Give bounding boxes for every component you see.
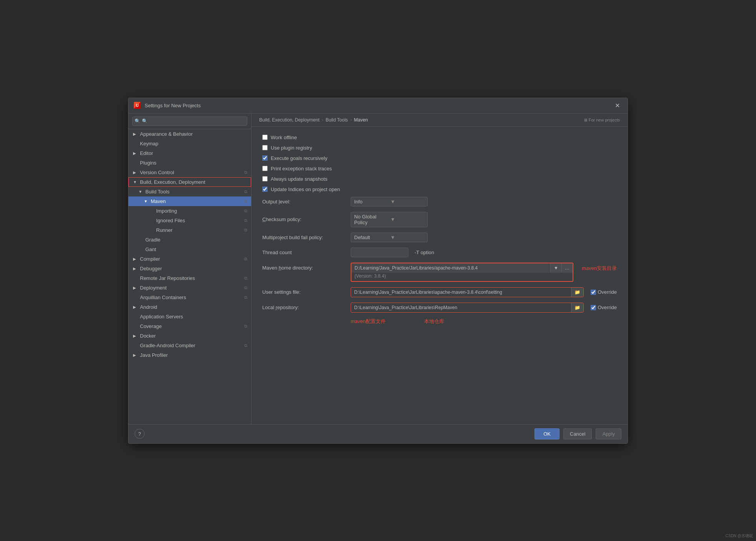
checksum-policy-dropdown[interactable]: No Global Policy ▼ <box>351 212 428 227</box>
checkbox-row-print-exception: Print exception stack traces <box>262 166 617 171</box>
copy-icon-version-control[interactable]: ⧉ <box>244 170 247 175</box>
user-settings-override-checkbox[interactable] <box>591 290 596 295</box>
tree-label-build-tools: Build Tools <box>145 189 170 195</box>
sidebar-item-build-tools[interactable]: ▼Build Tools⧉ <box>128 187 251 196</box>
user-settings-override: Override <box>591 289 617 295</box>
maven-version-text: (Version: 3.8.4) <box>351 273 573 281</box>
local-repo-browse-btn[interactable]: 📁 <box>571 303 583 312</box>
tree-label-appearance: Appearance & Behavior <box>140 131 193 137</box>
multiproject-label: Multiproject build fail policy: <box>262 235 347 240</box>
tree-label-gradle-android: Gradle-Android Compiler <box>140 343 195 348</box>
tree-label-debugger: Debugger <box>140 266 162 271</box>
sidebar-item-appearance[interactable]: ▶Appearance & Behavior <box>128 129 251 139</box>
local-repo-override-checkbox[interactable] <box>591 305 596 310</box>
tree-label-compiler: Compiler <box>140 256 160 262</box>
checkbox-work-offline[interactable] <box>262 135 268 140</box>
search-wrapper: 🔍 <box>132 117 247 126</box>
copy-icon-gradle-android[interactable]: ⧉ <box>244 343 247 348</box>
sidebar-item-version-control[interactable]: ▶Version Control⧉ <box>128 168 251 177</box>
copy-icon-ignored-files[interactable]: ⧉ <box>244 218 247 223</box>
tree-label-maven: Maven <box>151 198 166 204</box>
copy-icon-remote-jar[interactable]: ⧉ <box>244 276 247 281</box>
sidebar-item-build-exec-deploy[interactable]: ▼Build, Execution, Deployment <box>128 177 251 187</box>
maven-home-input[interactable] <box>351 263 550 273</box>
sidebar: 🔍 ▶Appearance & BehaviorKeymap▶EditorPlu… <box>128 113 251 424</box>
local-repo-input[interactable] <box>351 303 571 312</box>
sidebar-item-plugins[interactable]: Plugins <box>128 158 251 168</box>
checkbox-label-execute-goals: Execute goals recursively <box>271 155 327 161</box>
sidebar-item-java-profiler[interactable]: ▶Java Profiler <box>128 350 251 360</box>
title-bar: U Settings for New Projects ✕ <box>128 98 628 113</box>
tree-label-android: Android <box>140 304 157 310</box>
tree-label-version-control: Version Control <box>140 170 174 175</box>
checkbox-label-work-offline: Work offline <box>271 135 297 140</box>
sidebar-item-docker[interactable]: ▶Docker <box>128 331 251 341</box>
user-settings-input[interactable] <box>351 288 571 297</box>
checkbox-update-indices[interactable] <box>262 186 268 192</box>
copy-icon-maven[interactable]: ⧉ <box>244 199 247 204</box>
sidebar-item-deployment[interactable]: ▶Deployment⧉ <box>128 283 251 293</box>
close-button[interactable]: ✕ <box>613 101 622 110</box>
maven-home-annotation: maven安装目录 <box>582 263 617 272</box>
multiproject-dropdown[interactable]: Default ▼ <box>351 233 428 242</box>
breadcrumb-sep1: › <box>322 117 323 123</box>
sidebar-item-keymap[interactable]: Keymap <box>128 139 251 148</box>
sidebar-item-coverage[interactable]: Coverage⧉ <box>128 321 251 331</box>
sidebar-item-compiler[interactable]: ▶Compiler⧉ <box>128 254 251 264</box>
tree-label-gant: Gant <box>145 246 156 252</box>
settings-dialog: U Settings for New Projects ✕ 🔍 ▶Appeara… <box>128 98 628 444</box>
user-settings-row: User settings file: 📁 Override maven配置文件 <box>262 287 617 297</box>
sidebar-item-android[interactable]: ▶Android <box>128 302 251 312</box>
breadcrumb-part1: Build, Execution, Deployment <box>259 117 320 123</box>
maven-home-browse-btn[interactable]: … <box>561 263 573 273</box>
user-settings-browse-btn[interactable]: 📁 <box>571 288 583 297</box>
copy-icon-arquillian[interactable]: ⧉ <box>244 295 247 300</box>
sidebar-item-importing[interactable]: Importing⧉ <box>128 206 251 216</box>
checkbox-print-exception[interactable] <box>262 166 268 171</box>
checkbox-use-plugin-registry[interactable] <box>262 145 268 150</box>
help-button[interactable]: ? <box>135 429 145 439</box>
sidebar-item-remote-jar[interactable]: Remote Jar Repositories⧉ <box>128 273 251 283</box>
copy-icon-importing[interactable]: ⧉ <box>244 208 247 213</box>
apply-button[interactable]: Apply <box>596 428 621 439</box>
breadcrumb: Build, Execution, Deployment › Build Too… <box>251 113 628 127</box>
tree-arrow-compiler: ▶ <box>133 257 138 261</box>
sidebar-item-gant[interactable]: Gant <box>128 245 251 254</box>
thread-count-input[interactable] <box>351 248 408 257</box>
tree-arrow-build-exec-deploy: ▼ <box>133 180 138 184</box>
checkbox-always-update[interactable] <box>262 176 268 181</box>
tree-label-gradle: Gradle <box>145 237 160 243</box>
local-repo-path-box: 📁 <box>351 303 584 313</box>
copy-icon-coverage[interactable]: ⧉ <box>244 324 247 329</box>
sidebar-item-debugger[interactable]: ▶Debugger <box>128 264 251 273</box>
checkbox-label-always-update: Always update snapshots <box>271 176 327 182</box>
sidebar-item-gradle-android[interactable]: Gradle-Android Compiler⧉ <box>128 341 251 350</box>
sidebar-item-ignored-files[interactable]: Ignored Files⧉ <box>128 216 251 225</box>
sidebar-item-runner[interactable]: Runner⧉ <box>128 225 251 235</box>
tree-label-runner: Runner <box>156 227 173 233</box>
copy-icon-build-tools[interactable]: ⧉ <box>244 189 247 194</box>
maven-home-dropdown-btn[interactable]: ▼ <box>550 263 561 273</box>
checkbox-label-update-indices: Update Indices on project open <box>271 186 340 192</box>
sidebar-item-arquillian[interactable]: Arquillian Containers⧉ <box>128 293 251 302</box>
sidebar-item-app-servers[interactable]: Application Servers <box>128 312 251 321</box>
search-input[interactable] <box>132 117 247 126</box>
output-level-dropdown[interactable]: Info ▼ <box>351 197 428 206</box>
tree-arrow-build-tools: ▼ <box>138 190 144 194</box>
main-panel: Build, Execution, Deployment › Build Too… <box>251 113 628 424</box>
sidebar-item-gradle[interactable]: Gradle <box>128 235 251 245</box>
copy-icon-compiler[interactable]: ⧉ <box>244 256 247 261</box>
sidebar-item-editor[interactable]: ▶Editor <box>128 148 251 158</box>
copy-icon-deployment[interactable]: ⧉ <box>244 285 247 290</box>
checkbox-execute-goals[interactable] <box>262 155 268 161</box>
cancel-button[interactable]: Cancel <box>563 428 592 439</box>
ok-button[interactable]: OK <box>535 428 560 439</box>
tree-arrow-java-profiler: ▶ <box>133 353 138 357</box>
tree-label-ignored-files: Ignored Files <box>156 218 185 223</box>
sidebar-item-maven[interactable]: ▼Maven⧉ <box>128 196 251 206</box>
tree-label-coverage: Coverage <box>140 323 162 329</box>
tree-arrow-deployment: ▶ <box>133 286 138 290</box>
tree-label-java-profiler: Java Profiler <box>140 352 168 358</box>
checkbox-label-print-exception: Print exception stack traces <box>271 166 332 171</box>
copy-icon-runner[interactable]: ⧉ <box>244 228 247 233</box>
